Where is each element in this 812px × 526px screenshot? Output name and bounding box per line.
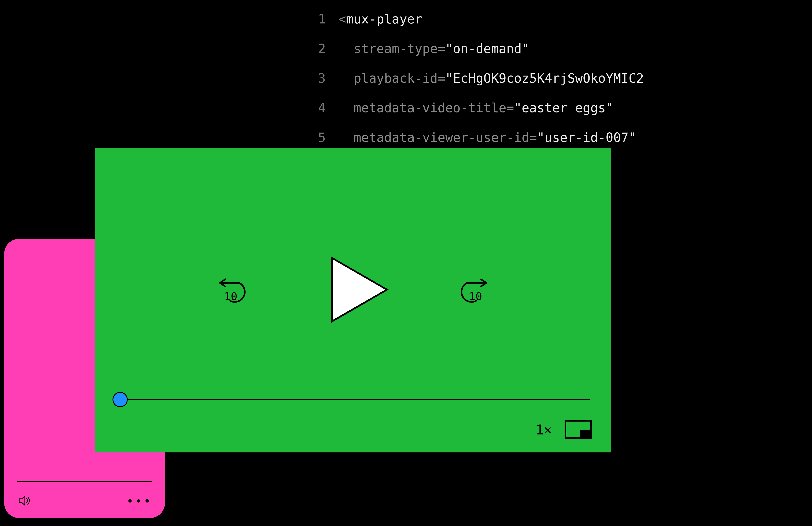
playback-speed-button[interactable]: 1× bbox=[536, 422, 552, 438]
video-player: 10 10 1× bbox=[95, 148, 611, 452]
code-line: 5 metadata-viewer-user-id="user-id-007" bbox=[304, 122, 644, 152]
code-line: 4 metadata-video-title="easter eggs" bbox=[304, 93, 644, 122]
mini-progress-bar[interactable] bbox=[17, 481, 152, 482]
line-number: 5 bbox=[304, 122, 325, 152]
code-line: 2 stream-type="on-demand" bbox=[304, 34, 644, 63]
skip-back-button[interactable]: 10 bbox=[216, 271, 254, 309]
volume-icon[interactable] bbox=[17, 493, 32, 509]
skip-back-label: 10 bbox=[224, 290, 237, 303]
line-number: 4 bbox=[304, 93, 325, 122]
progress-thumb[interactable] bbox=[113, 392, 128, 407]
svg-rect-2 bbox=[581, 430, 591, 438]
line-number: 3 bbox=[304, 63, 325, 93]
line-number: 2 bbox=[304, 34, 325, 63]
code-text: <mux-player bbox=[338, 4, 422, 34]
code-line: 1<mux-player bbox=[304, 4, 644, 34]
skip-forward-button[interactable]: 10 bbox=[452, 271, 491, 309]
line-number: 1 bbox=[304, 4, 325, 34]
picture-in-picture-icon[interactable] bbox=[565, 420, 592, 440]
code-text: playback-id="EcHgOK9coz5K4rjSwOkoYMIC2 bbox=[338, 63, 644, 93]
svg-marker-0 bbox=[332, 258, 387, 321]
code-text: metadata-viewer-user-id="user-id-007" bbox=[338, 122, 636, 152]
progress-bar[interactable] bbox=[116, 395, 590, 404]
code-text: metadata-video-title="easter eggs" bbox=[338, 93, 613, 122]
skip-forward-label: 10 bbox=[469, 290, 482, 303]
more-icon[interactable]: ••• bbox=[127, 495, 152, 508]
code-line: 3 playback-id="EcHgOK9coz5K4rjSwOkoYMIC2 bbox=[304, 63, 644, 93]
code-text: stream-type="on-demand" bbox=[338, 34, 529, 63]
code-snippet: 1<mux-player2 stream-type="on-demand"3 p… bbox=[304, 4, 644, 152]
play-button[interactable] bbox=[309, 245, 397, 335]
